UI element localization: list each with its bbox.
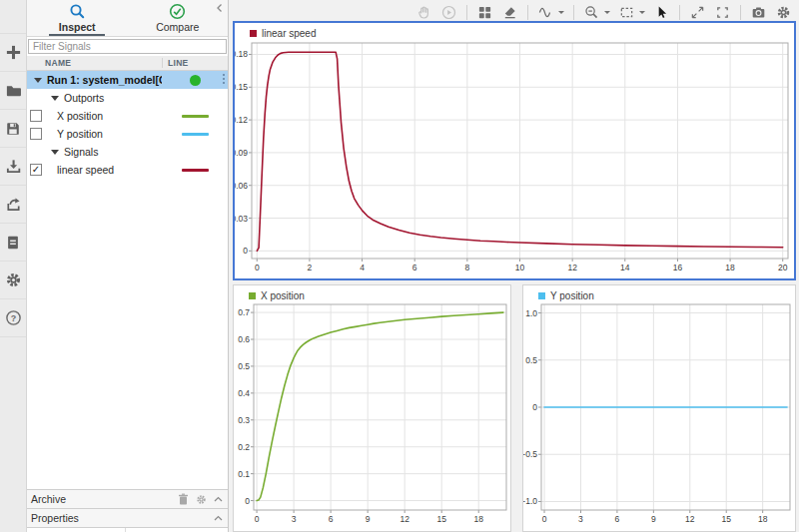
snapshot-tool[interactable] [750, 4, 767, 21]
clear-plots-tool[interactable] [501, 4, 518, 21]
toolbar-separator [466, 5, 467, 20]
add-button[interactable] [0, 33, 26, 72]
layout-grid-tool[interactable] [476, 4, 493, 21]
run-label: Run 1: system_model[Current] [47, 74, 162, 86]
save-button[interactable] [0, 110, 26, 148]
active-tab-underline [49, 34, 105, 36]
svg-text:0.1: 0.1 [238, 469, 250, 479]
dropdown-caret-icon[interactable] [604, 11, 610, 14]
save-icon [5, 121, 21, 137]
expander-icon[interactable] [51, 96, 59, 101]
replay-tool[interactable] [440, 4, 457, 21]
signal-table-header: NAME LINE [27, 56, 228, 71]
fit-to-view-tool[interactable] [618, 4, 635, 21]
svg-text:0.5: 0.5 [238, 361, 250, 371]
open-button[interactable] [0, 72, 26, 110]
svg-text:-1.0: -1.0 [523, 496, 537, 506]
subplot-linear-speed[interactable]: linear speed 0246810121416182000.030.060… [233, 21, 796, 280]
signal-row-x-position[interactable]: X position [27, 107, 228, 125]
tab-inspect[interactable]: Inspect [27, 0, 128, 36]
legend-label: linear speed [262, 28, 316, 39]
svg-text:0: 0 [245, 496, 250, 506]
tab-compare[interactable]: Compare [128, 0, 229, 36]
help-button[interactable]: ? [0, 299, 26, 337]
signal-checkbox[interactable]: ✓ [30, 164, 42, 176]
plot-legend: X position [234, 285, 510, 303]
plot-canvas[interactable]: 0246810121416182000.030.060.090.120.150.… [235, 41, 794, 278]
signal-row-y-position[interactable]: Y position [27, 125, 228, 143]
export-button[interactable] [0, 186, 26, 224]
expander-icon[interactable] [51, 150, 59, 155]
settings-tool[interactable] [775, 4, 792, 21]
svg-text:18: 18 [473, 514, 483, 524]
signal-label: Y position [57, 128, 103, 140]
zoom-out-tool[interactable] [583, 4, 600, 21]
group-row-outports[interactable]: Outports [27, 89, 228, 107]
svg-text:15: 15 [436, 514, 446, 524]
chevron-up-icon[interactable] [214, 515, 223, 521]
signal-checkbox[interactable] [30, 128, 42, 140]
signal-label: linear speed [57, 164, 114, 176]
plot-legend: linear speed [235, 23, 794, 41]
trash-icon[interactable] [178, 493, 189, 505]
legend-swatch [250, 30, 257, 37]
cursor-tool[interactable] [653, 4, 670, 21]
svg-text:0: 0 [243, 246, 248, 256]
run-menu-icon[interactable] [223, 74, 225, 84]
tab-compare-label: Compare [156, 21, 199, 33]
plot-canvas[interactable]: 0369121518-1.0-0.500.51.0 [523, 302, 795, 531]
import-button[interactable] [0, 148, 26, 186]
line-style-swatch[interactable] [182, 133, 209, 136]
svg-text:0.3: 0.3 [238, 415, 250, 425]
pan-tool[interactable] [415, 4, 432, 21]
zoom-out-icon [584, 5, 599, 20]
create-report-button[interactable] [0, 224, 26, 262]
group-label: Outports [64, 92, 104, 104]
collapse-panel-icon[interactable] [215, 3, 225, 13]
archive-bar[interactable]: Archive [27, 489, 228, 508]
chevron-up-icon[interactable] [214, 496, 223, 502]
svg-text:6: 6 [329, 514, 334, 524]
magnifier-icon [69, 3, 86, 20]
group-row-signals[interactable]: Signals [27, 143, 228, 161]
filter-signals-input[interactable] [28, 39, 227, 54]
dropdown-caret-icon[interactable] [639, 11, 645, 14]
svg-text:12: 12 [685, 514, 695, 524]
svg-text:0.06: 0.06 [235, 181, 248, 191]
filter-row [27, 37, 228, 56]
expander-icon[interactable] [34, 78, 42, 83]
toolbar-separator [573, 5, 574, 20]
signal-checkbox[interactable] [30, 110, 42, 122]
svg-text:6: 6 [412, 263, 417, 272]
eraser-icon [502, 5, 517, 20]
gear-icon [776, 5, 791, 20]
subplot-x-position[interactable]: X position 036912151800.10.20.30.40.50.6… [233, 284, 511, 532]
signal-trace-tool[interactable] [537, 4, 554, 21]
expand-tool[interactable] [689, 4, 706, 21]
group-label: Signals [64, 146, 98, 158]
line-column-header: LINE [162, 58, 228, 68]
share-icon [5, 196, 22, 213]
svg-text:8: 8 [464, 263, 469, 272]
svg-text:15: 15 [721, 514, 731, 524]
run-row[interactable]: Run 1: system_model[Current] [27, 71, 228, 89]
folder-icon [5, 82, 22, 99]
svg-text:?: ? [10, 313, 15, 323]
preferences-button[interactable] [0, 262, 26, 299]
svg-text:2: 2 [308, 263, 313, 272]
fullscreen-tool[interactable] [714, 4, 731, 21]
line-style-swatch[interactable] [182, 169, 209, 172]
properties-bar[interactable]: Properties [27, 508, 228, 527]
svg-text:0.6: 0.6 [238, 334, 250, 344]
subplot-y-position[interactable]: Y position 0369121518-1.0-0.500.51.0 [522, 284, 796, 532]
svg-text:0.15: 0.15 [235, 82, 248, 92]
plot-canvas[interactable]: 036912151800.10.20.30.40.50.60.7 [234, 302, 510, 531]
help-icon: ? [5, 309, 22, 326]
signal-tree: Run 1: system_model[Current] Outports X … [27, 71, 228, 179]
line-style-swatch[interactable] [182, 115, 209, 118]
svg-text:-0.5: -0.5 [523, 449, 537, 459]
svg-text:0: 0 [255, 263, 260, 272]
signal-row-linear-speed[interactable]: ✓ linear speed [27, 161, 228, 179]
dropdown-caret-icon[interactable] [558, 11, 564, 14]
archive-settings-icon[interactable] [196, 494, 207, 505]
